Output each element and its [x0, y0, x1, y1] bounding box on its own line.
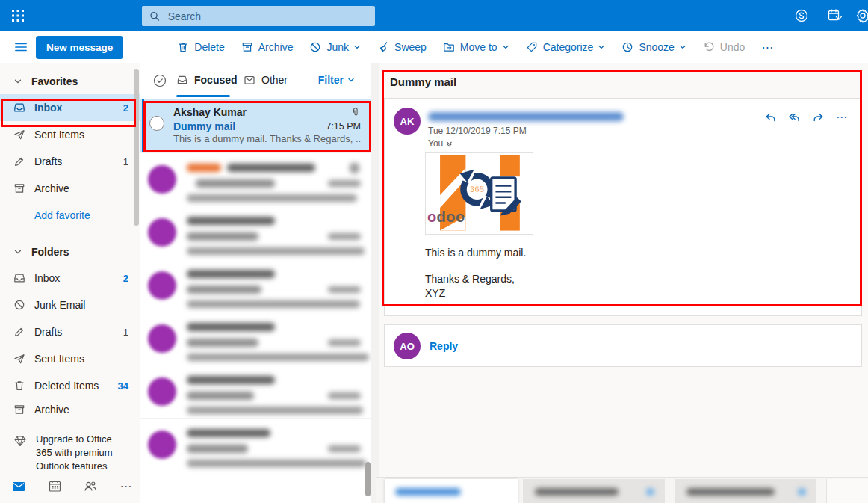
- sidebar-item-drafts-favorite[interactable]: Drafts 1: [0, 148, 140, 175]
- forward-icon[interactable]: [812, 111, 825, 124]
- sidebar-item-archive-favorite[interactable]: Archive: [0, 175, 140, 202]
- more-actions-icon[interactable]: ⋯: [836, 111, 848, 124]
- signature-name: XYZ: [425, 286, 515, 300]
- message-row-blurred[interactable]: [140, 365, 371, 418]
- recipient-toggle[interactable]: You: [428, 138, 453, 149]
- redacted-subject: [187, 445, 248, 453]
- sidebar-item-label: Archive: [34, 404, 140, 416]
- filter-button[interactable]: Filter: [318, 74, 355, 86]
- message-row-blurred[interactable]: [140, 418, 371, 471]
- sidebar-item-drafts[interactable]: Drafts 1: [0, 318, 140, 345]
- sidebar-item-inbox[interactable]: Inbox 2: [0, 265, 140, 291]
- paperclip-icon: [350, 107, 361, 117]
- sidebar-scrollbar[interactable]: [134, 69, 139, 226]
- add-favorite-link[interactable]: Add favorite: [0, 202, 140, 229]
- folders-section-header[interactable]: Folders: [0, 239, 140, 265]
- message-row-selected[interactable]: Akshay Kumar Dummy mail 7:15 PM This is …: [140, 99, 371, 152]
- reply-all-icon[interactable]: [788, 111, 801, 124]
- my-day-icon[interactable]: [822, 0, 847, 31]
- redacted-sender: [187, 429, 270, 437]
- message-select-radio[interactable]: [149, 116, 164, 131]
- new-message-button[interactable]: New message: [36, 36, 123, 59]
- message-subject: Dummy mail: [173, 120, 326, 132]
- more-modules-button[interactable]: ⋯: [118, 478, 134, 495]
- tab-focused[interactable]: Focused: [176, 74, 238, 86]
- sidebar-item-sent-favorite[interactable]: Sent Items: [0, 121, 140, 148]
- people-module-button[interactable]: [82, 478, 99, 495]
- chat-window-minimized[interactable]: [523, 479, 665, 503]
- pane-divider: [371, 63, 379, 503]
- redacted-subject: [187, 232, 258, 241]
- undo-button[interactable]: Undo: [703, 41, 745, 53]
- sidebar-item-archive[interactable]: Archive: [0, 399, 140, 420]
- redacted-close-icon: [646, 488, 654, 496]
- delete-label: Delete: [194, 41, 224, 53]
- redacted-close-icon: [798, 488, 806, 496]
- chat-window-minimized[interactable]: [675, 479, 816, 503]
- user-avatar: AO: [394, 333, 421, 359]
- email-date: Tue 12/10/2019 7:15 PM: [428, 126, 527, 136]
- hamburger-menu-button[interactable]: [12, 38, 30, 56]
- categorize-button[interactable]: Categorize: [526, 41, 606, 53]
- archive-icon: [241, 41, 253, 53]
- delete-button[interactable]: Delete: [177, 41, 224, 53]
- chevron-down-icon: [446, 141, 453, 147]
- tab-other[interactable]: Other: [244, 74, 288, 86]
- archive-icon: [13, 404, 25, 416]
- settings-gear-icon[interactable]: [850, 0, 868, 31]
- signature-line: Thanks & Regards,: [425, 272, 515, 286]
- tab-other-label: Other: [261, 74, 288, 86]
- snooze-button[interactable]: Snooze: [621, 41, 686, 53]
- sweep-button[interactable]: Sweep: [377, 41, 427, 53]
- move-to-button[interactable]: Move to: [443, 41, 509, 53]
- archive-button[interactable]: Archive: [241, 41, 294, 53]
- waffle-icon: [11, 9, 25, 22]
- app-launcher-button[interactable]: [0, 0, 36, 31]
- message-row-blurred[interactable]: [140, 312, 371, 365]
- sidebar-item-junk[interactable]: Junk Email: [0, 291, 140, 318]
- junk-icon: [13, 299, 25, 311]
- redacted-preview: [187, 194, 357, 202]
- email-subject-title: Dummy mail: [390, 75, 456, 88]
- search-box[interactable]: [142, 6, 375, 26]
- redacted-subject: [187, 286, 261, 294]
- snooze-clock-icon: [621, 41, 633, 53]
- calendar-module-button[interactable]: [46, 478, 63, 495]
- skype-icon[interactable]: [789, 0, 814, 31]
- inbox-icon: [13, 272, 25, 284]
- redacted-subject: [187, 339, 258, 347]
- sender-avatar[interactable]: AK: [394, 108, 421, 135]
- sidebar-item-deleted[interactable]: Deleted Items 34: [0, 372, 140, 399]
- sidebar-item-inbox-favorite[interactable]: Inbox 2: [0, 94, 140, 121]
- email-body-image[interactable]: 365 odoo: [425, 152, 533, 235]
- select-all-button[interactable]: [152, 73, 167, 88]
- message-row-blurred[interactable]: [140, 152, 371, 206]
- reply-icon[interactable]: [764, 111, 777, 124]
- redacted-chat-title: [395, 488, 461, 496]
- more-commands-button[interactable]: ⋯: [761, 40, 774, 55]
- quick-reply-card[interactable]: AO Reply: [384, 324, 862, 367]
- redacted-sender: [187, 217, 275, 225]
- message-list-scrollbar[interactable]: [365, 462, 371, 496]
- quick-reply-link[interactable]: Reply: [430, 340, 458, 352]
- unread-count-badge: 2: [123, 273, 140, 284]
- favorites-section-header[interactable]: Favorites: [0, 69, 140, 94]
- redacted-preview: [187, 247, 365, 255]
- folders-title: Folders: [31, 246, 69, 258]
- trash-icon: [13, 380, 25, 392]
- sidebar-item-label: Drafts: [34, 326, 123, 338]
- message-row-blurred[interactable]: [140, 259, 371, 312]
- sweep-label: Sweep: [394, 41, 427, 53]
- email-signature: Thanks & Regards, XYZ: [425, 272, 515, 300]
- categorize-label: Categorize: [543, 41, 594, 53]
- message-row-blurred[interactable]: [140, 206, 371, 259]
- command-toolbar: New message Delete Archive Junk: [0, 31, 868, 63]
- search-input[interactable]: [168, 10, 368, 22]
- mail-module-button[interactable]: [10, 478, 27, 495]
- chat-window-minimized[interactable]: [385, 479, 518, 503]
- sidebar-item-sent[interactable]: Sent Items: [0, 345, 140, 372]
- mail-icon: [11, 479, 26, 494]
- upgrade-text: Upgrade to Office 365 with premium Outlo…: [36, 433, 120, 473]
- focused-inbox-icon: [176, 74, 188, 86]
- junk-button[interactable]: Junk: [309, 41, 361, 53]
